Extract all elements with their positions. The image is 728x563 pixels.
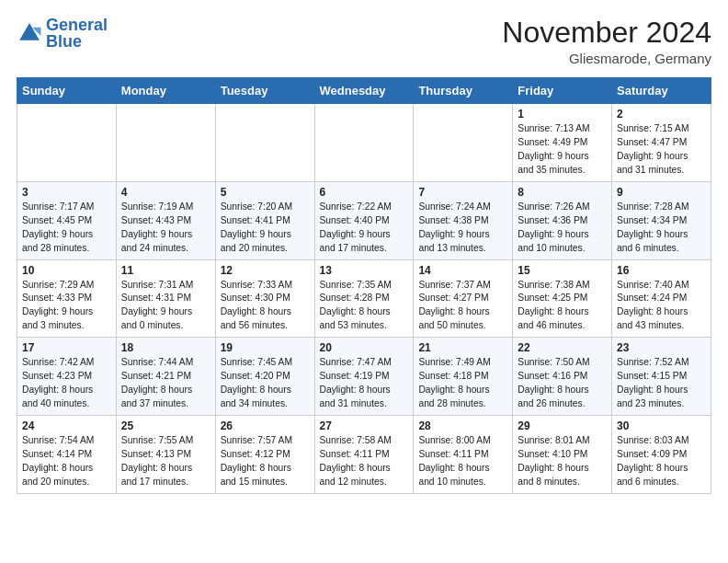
day-number: 23	[617, 341, 706, 354]
calendar-cell	[314, 104, 414, 182]
calendar-cell: 25Sunrise: 7:55 AMSunset: 4:13 PMDayligh…	[116, 415, 215, 493]
calendar-cell: 14Sunrise: 7:37 AMSunset: 4:27 PMDayligh…	[414, 259, 513, 338]
calendar-cell: 26Sunrise: 7:57 AMSunset: 4:12 PMDayligh…	[215, 415, 314, 493]
calendar-cell: 1Sunrise: 7:13 AMSunset: 4:49 PMDaylight…	[513, 104, 612, 182]
day-number: 22	[518, 341, 607, 354]
calendar-cell: 15Sunrise: 7:38 AMSunset: 4:25 PMDayligh…	[513, 259, 612, 338]
day-info: Sunrise: 7:47 AMSunset: 4:19 PMDaylight:…	[320, 356, 409, 411]
calendar-week-row: 3Sunrise: 7:17 AMSunset: 4:45 PMDaylight…	[17, 181, 711, 259]
day-info: Sunrise: 7:44 AMSunset: 4:21 PMDaylight:…	[121, 356, 210, 411]
calendar-cell: 4Sunrise: 7:19 AMSunset: 4:43 PMDaylight…	[116, 181, 215, 259]
day-number: 15	[518, 264, 607, 277]
day-info: Sunrise: 7:38 AMSunset: 4:25 PMDaylight:…	[518, 279, 607, 334]
calendar-cell: 17Sunrise: 7:42 AMSunset: 4:23 PMDayligh…	[17, 338, 117, 416]
calendar-table: SundayMondayTuesdayWednesdayThursdayFrid…	[17, 77, 711, 493]
logo-line1: General	[46, 17, 108, 33]
day-info: Sunrise: 7:20 AMSunset: 4:41 PMDaylight:…	[221, 201, 310, 256]
calendar-cell: 23Sunrise: 7:52 AMSunset: 4:15 PMDayligh…	[612, 338, 711, 416]
day-number: 20	[320, 341, 409, 354]
day-info: Sunrise: 8:00 AMSunset: 4:11 PMDaylight:…	[418, 434, 507, 489]
day-info: Sunrise: 7:26 AMSunset: 4:36 PMDaylight:…	[518, 201, 607, 256]
calendar-cell: 6Sunrise: 7:22 AMSunset: 4:40 PMDaylight…	[314, 181, 414, 259]
col-header-monday: Monday	[116, 78, 215, 104]
day-number: 4	[121, 186, 210, 199]
calendar-cell	[17, 104, 117, 182]
day-info: Sunrise: 7:31 AMSunset: 4:31 PMDaylight:…	[121, 279, 210, 334]
day-number: 17	[22, 341, 111, 354]
day-info: Sunrise: 7:17 AMSunset: 4:45 PMDaylight:…	[22, 201, 111, 256]
calendar-cell: 18Sunrise: 7:44 AMSunset: 4:21 PMDayligh…	[116, 338, 215, 416]
day-number: 25	[121, 419, 210, 432]
day-info: Sunrise: 7:33 AMSunset: 4:30 PMDaylight:…	[221, 279, 310, 334]
logo: General Blue	[17, 17, 108, 50]
day-number: 29	[518, 419, 607, 432]
day-number: 2	[617, 108, 706, 121]
calendar-cell: 11Sunrise: 7:31 AMSunset: 4:31 PMDayligh…	[116, 259, 215, 338]
day-info: Sunrise: 7:52 AMSunset: 4:15 PMDaylight:…	[617, 356, 706, 411]
page: General Blue November 2024 Gliesmarode, …	[0, 0, 728, 503]
day-info: Sunrise: 7:58 AMSunset: 4:11 PMDaylight:…	[320, 434, 409, 489]
day-number: 12	[221, 264, 310, 277]
day-number: 5	[221, 186, 310, 199]
day-number: 19	[221, 341, 310, 354]
day-info: Sunrise: 8:03 AMSunset: 4:09 PMDaylight:…	[617, 434, 706, 489]
logo-text: General Blue	[46, 17, 108, 50]
day-info: Sunrise: 7:24 AMSunset: 4:38 PMDaylight:…	[418, 201, 507, 256]
calendar-cell	[414, 104, 513, 182]
header: General Blue November 2024 Gliesmarode, …	[17, 17, 711, 66]
calendar-week-row: 10Sunrise: 7:29 AMSunset: 4:33 PMDayligh…	[17, 259, 711, 338]
day-number: 18	[121, 341, 210, 354]
calendar-cell: 7Sunrise: 7:24 AMSunset: 4:38 PMDaylight…	[414, 181, 513, 259]
calendar-cell: 12Sunrise: 7:33 AMSunset: 4:30 PMDayligh…	[215, 259, 314, 338]
col-header-sunday: Sunday	[17, 78, 117, 104]
day-number: 6	[320, 186, 409, 199]
day-number: 10	[22, 264, 111, 277]
day-info: Sunrise: 7:35 AMSunset: 4:28 PMDaylight:…	[320, 279, 409, 334]
day-number: 24	[22, 419, 111, 432]
calendar-cell: 29Sunrise: 8:01 AMSunset: 4:10 PMDayligh…	[513, 415, 612, 493]
calendar-cell: 10Sunrise: 7:29 AMSunset: 4:33 PMDayligh…	[17, 259, 117, 338]
day-number: 1	[518, 108, 607, 121]
day-info: Sunrise: 7:28 AMSunset: 4:34 PMDaylight:…	[617, 201, 706, 256]
col-header-friday: Friday	[513, 78, 612, 104]
day-number: 9	[617, 186, 706, 199]
calendar-cell: 20Sunrise: 7:47 AMSunset: 4:19 PMDayligh…	[314, 338, 414, 416]
location: Gliesmarode, Germany	[502, 51, 711, 66]
calendar-cell: 3Sunrise: 7:17 AMSunset: 4:45 PMDaylight…	[17, 181, 117, 259]
day-info: Sunrise: 7:50 AMSunset: 4:16 PMDaylight:…	[518, 356, 607, 411]
day-info: Sunrise: 8:01 AMSunset: 4:10 PMDaylight:…	[518, 434, 607, 489]
day-info: Sunrise: 7:40 AMSunset: 4:24 PMDaylight:…	[617, 279, 706, 334]
day-number: 28	[418, 419, 507, 432]
calendar-cell: 22Sunrise: 7:50 AMSunset: 4:16 PMDayligh…	[513, 338, 612, 416]
calendar-cell: 2Sunrise: 7:15 AMSunset: 4:47 PMDaylight…	[612, 104, 711, 182]
calendar-cell: 19Sunrise: 7:45 AMSunset: 4:20 PMDayligh…	[215, 338, 314, 416]
calendar-cell	[215, 104, 314, 182]
day-info: Sunrise: 7:57 AMSunset: 4:12 PMDaylight:…	[221, 434, 310, 489]
day-number: 27	[320, 419, 409, 432]
day-info: Sunrise: 7:42 AMSunset: 4:23 PMDaylight:…	[22, 356, 111, 411]
calendar-cell: 21Sunrise: 7:49 AMSunset: 4:18 PMDayligh…	[414, 338, 513, 416]
day-number: 11	[121, 264, 210, 277]
day-info: Sunrise: 7:15 AMSunset: 4:47 PMDaylight:…	[617, 122, 706, 178]
day-number: 16	[617, 264, 706, 277]
day-info: Sunrise: 7:49 AMSunset: 4:18 PMDaylight:…	[418, 356, 507, 411]
day-info: Sunrise: 7:29 AMSunset: 4:33 PMDaylight:…	[22, 279, 111, 334]
day-number: 21	[418, 341, 507, 354]
month-title: November 2024	[502, 17, 711, 49]
day-info: Sunrise: 7:45 AMSunset: 4:20 PMDaylight:…	[221, 356, 310, 411]
calendar-week-row: 1Sunrise: 7:13 AMSunset: 4:49 PMDaylight…	[17, 104, 711, 182]
calendar-cell: 24Sunrise: 7:54 AMSunset: 4:14 PMDayligh…	[17, 415, 117, 493]
day-number: 8	[518, 186, 607, 199]
calendar-cell	[116, 104, 215, 182]
calendar-cell: 30Sunrise: 8:03 AMSunset: 4:09 PMDayligh…	[612, 415, 711, 493]
calendar-week-row: 24Sunrise: 7:54 AMSunset: 4:14 PMDayligh…	[17, 415, 711, 493]
logo-icon	[17, 20, 42, 46]
day-number: 13	[320, 264, 409, 277]
calendar-cell: 13Sunrise: 7:35 AMSunset: 4:28 PMDayligh…	[314, 259, 414, 338]
day-info: Sunrise: 7:54 AMSunset: 4:14 PMDaylight:…	[22, 434, 111, 489]
day-info: Sunrise: 7:19 AMSunset: 4:43 PMDaylight:…	[121, 201, 210, 256]
col-header-wednesday: Wednesday	[314, 78, 414, 104]
calendar-cell: 16Sunrise: 7:40 AMSunset: 4:24 PMDayligh…	[612, 259, 711, 338]
day-number: 26	[221, 419, 310, 432]
calendar-cell: 28Sunrise: 8:00 AMSunset: 4:11 PMDayligh…	[414, 415, 513, 493]
